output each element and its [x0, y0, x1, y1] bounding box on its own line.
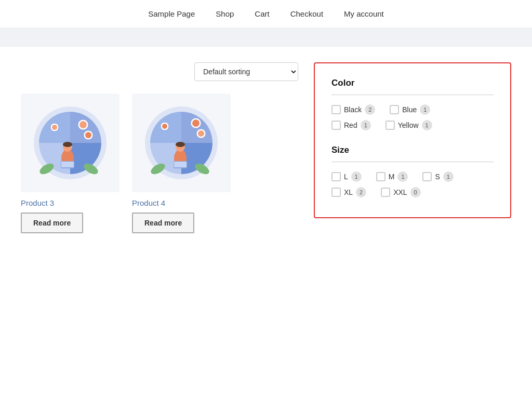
- main-nav: Sample Page Shop Cart Checkout My accoun…: [148, 9, 384, 18]
- color-checkbox-red[interactable]: [331, 121, 341, 130]
- sort-row: Default sorting Sort by popularity Sort …: [21, 62, 298, 81]
- color-filter-blue[interactable]: Blue 1: [390, 104, 430, 115]
- color-filter-black[interactable]: Black 2: [331, 104, 375, 115]
- size-label-xl: XL: [344, 188, 353, 196]
- size-filter-xl[interactable]: XL 2: [331, 187, 366, 197]
- color-count-blue: 1: [420, 104, 430, 115]
- color-label-red: Red: [344, 121, 357, 129]
- color-filter-yellow[interactable]: Yellow 1: [385, 120, 432, 130]
- svg-point-27: [162, 124, 167, 129]
- svg-point-23: [192, 120, 200, 127]
- size-count-xl: 2: [356, 187, 366, 197]
- size-filter-m[interactable]: M 1: [376, 171, 408, 182]
- color-divider: [331, 95, 494, 95]
- color-count-black: 2: [365, 104, 375, 115]
- size-checkbox-s[interactable]: [422, 172, 432, 181]
- color-count-red: 1: [361, 120, 371, 130]
- size-count-l: 1: [351, 171, 362, 182]
- read-more-button-4[interactable]: Read more: [132, 213, 194, 233]
- color-filter-title: Color: [331, 78, 494, 88]
- color-filter-row-2: Red 1 Yellow 1: [331, 120, 494, 130]
- size-label-xxl: XXL: [393, 188, 407, 196]
- nav-cart[interactable]: Cart: [255, 9, 269, 18]
- svg-point-3: [63, 142, 72, 147]
- size-checkbox-xl[interactable]: [331, 188, 341, 197]
- color-checkbox-blue[interactable]: [390, 105, 399, 114]
- color-filter-row-1: Black 2 Blue 1: [331, 104, 494, 115]
- size-label-l: L: [344, 173, 348, 181]
- color-label-black: Black: [344, 105, 362, 114]
- product-card-4: Product 4 Read more: [132, 94, 231, 233]
- color-label-yellow: Yellow: [398, 121, 419, 129]
- read-more-button-3[interactable]: Read more: [21, 213, 83, 233]
- svg-point-13: [52, 125, 57, 130]
- size-label-s: S: [435, 173, 440, 181]
- svg-rect-5: [61, 162, 74, 167]
- svg-point-9: [79, 121, 87, 128]
- nav-checkout[interactable]: Checkout: [290, 9, 323, 18]
- size-checkbox-l[interactable]: [331, 172, 341, 181]
- header: Sample Page Shop Cart Checkout My accoun…: [0, 0, 532, 28]
- filter-panel: Color Black 2 Blue 1: [314, 62, 511, 218]
- color-checkbox-black[interactable]: [331, 105, 341, 114]
- svg-point-11: [85, 132, 91, 138]
- color-filter-red[interactable]: Red 1: [331, 120, 371, 130]
- svg-point-17: [176, 142, 185, 147]
- sorting-select[interactable]: Default sorting Sort by popularity Sort …: [194, 62, 298, 81]
- product-image-4: [132, 94, 231, 192]
- color-label-blue: Blue: [402, 105, 417, 114]
- size-filter-xxl[interactable]: XXL 0: [381, 187, 420, 197]
- size-filter-title: Size: [331, 145, 494, 155]
- product-name-4[interactable]: Product 4: [132, 198, 231, 207]
- nav-sample-page[interactable]: Sample Page: [148, 9, 195, 18]
- svg-point-25: [198, 130, 204, 137]
- product-name-3[interactable]: Product 3: [21, 198, 119, 207]
- main-content: Default sorting Sort by popularity Sort …: [0, 47, 532, 249]
- color-count-yellow: 1: [422, 120, 432, 130]
- product-card-3: Product 3 Read more: [21, 94, 119, 233]
- size-filter-row-2: XL 2 XXL 0: [331, 187, 494, 197]
- nav-shop[interactable]: Shop: [216, 9, 234, 18]
- nav-my-account[interactable]: My account: [344, 9, 384, 18]
- color-filter-section: Color Black 2 Blue 1: [331, 78, 494, 130]
- size-filter-s[interactable]: S 1: [422, 171, 453, 182]
- size-count-s: 1: [443, 171, 454, 182]
- svg-rect-19: [174, 162, 187, 167]
- size-filter-section: Size L 1 M 1 S 1: [331, 145, 494, 197]
- sub-banner: [0, 28, 532, 47]
- size-count-m: 1: [397, 171, 408, 182]
- size-filter-l[interactable]: L 1: [331, 171, 362, 182]
- product-image-3: [21, 94, 119, 192]
- size-checkbox-m[interactable]: [376, 172, 385, 181]
- size-checkbox-xxl[interactable]: [381, 188, 390, 197]
- color-checkbox-yellow[interactable]: [385, 121, 395, 130]
- size-label-m: M: [389, 173, 395, 181]
- size-count-xxl: 0: [410, 187, 421, 197]
- filter-sidebar: Color Black 2 Blue 1: [314, 62, 511, 233]
- product-grid: Product 3 Read more: [21, 94, 298, 233]
- size-divider: [331, 162, 494, 162]
- product-listing: Default sorting Sort by popularity Sort …: [21, 62, 298, 233]
- size-filter-row-1: L 1 M 1 S 1: [331, 171, 494, 182]
